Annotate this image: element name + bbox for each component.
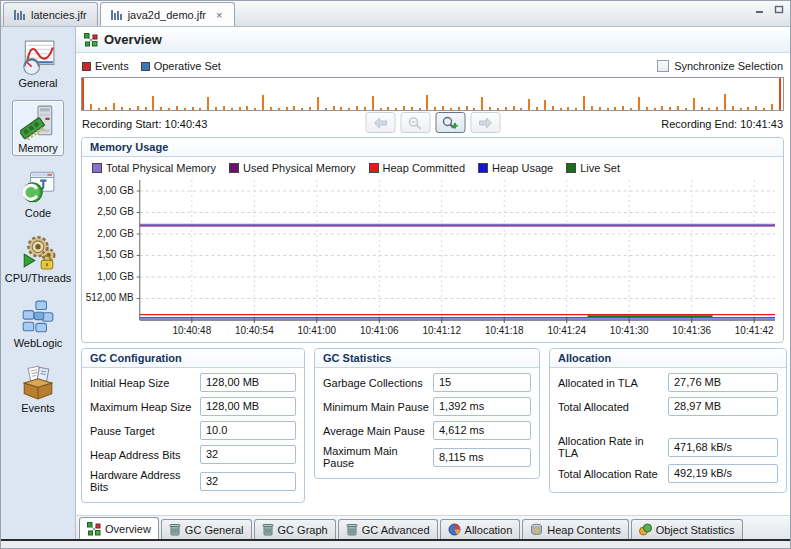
field-value-allocation-rate-in-tla[interactable]: 471,68 kB/s	[668, 438, 778, 457]
tab-gc-graph[interactable]: GC Graph	[254, 519, 336, 539]
weblogic-icon	[20, 299, 56, 335]
sidebar-item-memory[interactable]: Memory	[12, 100, 64, 156]
timeline-spike	[442, 106, 444, 110]
sidebar-item-code[interactable]: Code	[14, 165, 62, 221]
minimize-icon[interactable]	[753, 4, 766, 15]
timeline-spike	[458, 107, 460, 110]
trash-icon	[262, 523, 274, 536]
legend-swatch	[229, 163, 239, 173]
statistics-panels-row: GC ConfigurationInitial Heap Size128,00 …	[81, 348, 784, 503]
legend-swatch	[369, 163, 379, 173]
field-value-minimum-main-pause[interactable]: 1,392 ms	[433, 397, 531, 416]
timeline-spike	[262, 95, 264, 110]
overview-icon	[84, 33, 98, 47]
field-value-maximum-heap-size[interactable]: 128,00 MB	[200, 397, 296, 416]
timeline-spike	[575, 108, 577, 110]
panel-bottom-pad	[315, 474, 539, 478]
event-timeline-chart[interactable]	[81, 77, 784, 111]
synchronize-selection[interactable]: Synchronize Selection	[657, 60, 783, 72]
tab-label: Allocation	[465, 524, 513, 536]
tab-overview[interactable]: Overview	[79, 517, 159, 539]
field-value-average-main-pause[interactable]: 4,612 ms	[433, 421, 531, 440]
memory-usage-panel: Memory Usage Total Physical MemoryUsed P…	[81, 137, 784, 343]
field-value-allocated-in-tla[interactable]: 27,76 MB	[668, 373, 778, 392]
tab-gc-general[interactable]: GC General	[161, 519, 252, 539]
tab-label: Object Statistics	[656, 524, 735, 536]
field-value-hardware-address-bits[interactable]: 32	[200, 472, 296, 491]
timeline-spike	[685, 108, 687, 110]
field-row: Minimum Main Pause1,392 ms	[323, 397, 531, 416]
timeline-spike	[755, 106, 757, 110]
zoom-in-button[interactable]	[435, 112, 465, 133]
editor-tab-java2d-demo-jfr[interactable]: java2d_demo.jfr×	[100, 2, 236, 26]
timeline-spike	[607, 108, 609, 110]
sidebar-item-cpu-threads[interactable]: CPU/Threads	[1, 230, 76, 286]
memory-usage-chart[interactable]: 3,00 GB2,50 GB2,00 GB1,50 GB1,00 GB512,0…	[82, 174, 783, 342]
field-value-pause-target[interactable]: 10.0	[200, 421, 296, 440]
field-value-garbage-collections[interactable]: 15	[433, 373, 531, 392]
field-value-initial-heap-size[interactable]: 128,00 MB	[200, 373, 296, 392]
maximize-icon[interactable]	[772, 4, 785, 15]
timeline-spike	[536, 107, 538, 110]
timeline-spike	[661, 106, 663, 110]
timeline-spike	[105, 107, 107, 110]
sidebar: GeneralMemoryCodeCPU/ThreadsWebLogicEven…	[1, 27, 76, 539]
memory-icon	[20, 104, 56, 140]
tab-label: Overview	[105, 523, 151, 535]
field-label: Total Allocation Rate	[558, 468, 664, 480]
tab-object-statistics[interactable]: Object Statistics	[631, 519, 743, 539]
timeline-spike	[599, 107, 601, 110]
field-value-total-allocation-rate[interactable]: 492,19 kB/s	[668, 464, 778, 483]
timeline-spike	[614, 107, 616, 110]
timeline-spike	[654, 108, 656, 110]
legend-swatch	[92, 163, 102, 173]
field-label: Hardware Address Bits	[90, 469, 196, 493]
timeline-spike	[450, 108, 452, 110]
timeline-spike	[231, 108, 233, 110]
zoom-out-icon	[407, 116, 423, 130]
close-tab-icon[interactable]: ×	[214, 8, 224, 22]
legend-swatch	[566, 163, 576, 173]
svg-text:10:40:54: 10:40:54	[235, 325, 274, 336]
memory-usage-title: Memory Usage	[82, 138, 783, 157]
legend-swatch	[141, 62, 150, 71]
field-value-total-allocated[interactable]: 28,97 MB	[668, 397, 778, 416]
timeline-spike	[317, 97, 319, 110]
panel-title: GC Configuration	[82, 349, 304, 368]
field-row: Average Main Pause4,612 ms	[323, 421, 531, 440]
timeline-spike	[380, 108, 382, 110]
timeline-spike	[419, 108, 421, 110]
legend-item-used-physical-memory: Used Physical Memory	[229, 162, 355, 174]
code-icon	[20, 169, 56, 205]
timeline-spike	[333, 106, 335, 110]
editor-tab-bar: latencies.jfrjava2d_demo.jfr×	[1, 1, 790, 27]
tab-label: GC Advanced	[362, 524, 430, 536]
timeline-spike	[622, 106, 624, 110]
field-label: Garbage Collections	[323, 377, 429, 389]
timeline-spike	[693, 98, 695, 110]
timeline-spike	[113, 103, 115, 110]
field-row: Maximum Main Pause8,115 ms	[323, 445, 531, 469]
editor-tab-latencies-jfr[interactable]: latencies.jfr	[3, 2, 98, 26]
tab-allocation[interactable]: Allocation	[440, 519, 521, 539]
tab-gc-advanced[interactable]: GC Advanced	[338, 519, 438, 539]
panel-gc-statistics: GC StatisticsGarbage Collections15Minimu…	[314, 348, 540, 479]
timeline-spike	[567, 107, 569, 110]
timeline-spike	[325, 108, 327, 110]
timeline-spike	[129, 108, 131, 110]
sidebar-item-general[interactable]: General	[12, 35, 63, 91]
field-value-maximum-main-pause[interactable]: 8,115 ms	[433, 448, 531, 467]
sidebar-item-label: WebLogic	[14, 337, 63, 349]
field-label: Initial Heap Size	[90, 377, 196, 389]
tab-heap-contents[interactable]: Heap Contents	[522, 519, 628, 539]
sidebar-item-events[interactable]: Events	[14, 360, 62, 416]
field-value-heap-address-bits[interactable]: 32	[200, 445, 296, 464]
synchronize-selection-checkbox[interactable]	[657, 60, 669, 72]
timeline-spike	[528, 99, 530, 110]
panel-title: GC Statistics	[315, 349, 539, 368]
timeline-spike	[434, 107, 436, 110]
svg-text:1,50 GB: 1,50 GB	[97, 249, 134, 260]
sidebar-item-weblogic[interactable]: WebLogic	[8, 295, 69, 351]
window-bottom-strip	[1, 539, 790, 548]
timeline-spike	[505, 107, 507, 110]
